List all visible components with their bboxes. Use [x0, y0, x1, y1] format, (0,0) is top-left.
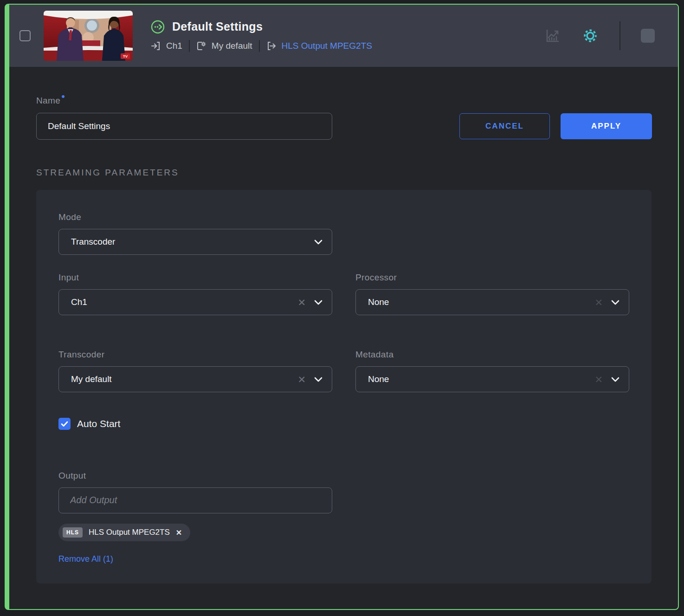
- input-label: Input: [58, 272, 332, 283]
- add-output-input[interactable]: [58, 487, 332, 513]
- check-icon: [61, 421, 68, 427]
- metadata-field: Metadata None ✕: [355, 350, 629, 392]
- apply-button[interactable]: APPLY: [561, 113, 652, 139]
- name-label: Name•: [36, 96, 652, 106]
- required-dot-icon: •: [61, 91, 65, 102]
- mode-label: Mode: [58, 212, 332, 222]
- auto-start-label: Auto Start: [77, 418, 120, 429]
- settings-button[interactable]: [581, 27, 599, 45]
- clear-metadata-icon[interactable]: ✕: [594, 375, 603, 384]
- metadata-select[interactable]: None ✕: [355, 366, 629, 392]
- transcoder-icon: [196, 41, 206, 51]
- transcoder-field: Transcoder My default ✕: [58, 350, 332, 392]
- stream-preview-thumbnail[interactable]: TV: [44, 11, 133, 61]
- input-value: Ch1: [71, 297, 87, 307]
- remove-output-icon[interactable]: ✕: [176, 528, 182, 537]
- output-chip-badge: HLS: [63, 527, 83, 538]
- remove-all-link[interactable]: Remove All (1): [58, 554, 629, 564]
- clear-processor-icon[interactable]: ✕: [594, 298, 603, 307]
- processor-value: None: [368, 297, 389, 307]
- header-divider: [619, 21, 620, 50]
- chevron-down-icon: [611, 300, 619, 305]
- breadcrumb-output[interactable]: HLS Output MPEG2TS: [266, 41, 372, 51]
- page-title: Default Settings: [172, 20, 263, 33]
- clear-input-icon[interactable]: ✕: [297, 298, 306, 307]
- input-field: Input Ch1 ✕: [58, 272, 332, 315]
- chevron-down-icon: [611, 377, 619, 382]
- stream-header: TV Default Settings Ch1: [9, 5, 678, 67]
- streaming-parameters-panel: Mode Transcoder Input Ch1 ✕: [36, 190, 652, 584]
- breadcrumb: Ch1 My default: [151, 40, 372, 52]
- output-label: Output: [58, 471, 629, 481]
- stream-select-checkbox[interactable]: [19, 30, 31, 41]
- processor-select[interactable]: None ✕: [355, 289, 629, 315]
- metadata-label: Metadata: [355, 350, 629, 360]
- breadcrumb-output-label: HLS Output MPEG2TS: [282, 41, 372, 51]
- chevron-down-icon: [314, 240, 323, 245]
- clear-transcoder-icon[interactable]: ✕: [297, 375, 306, 384]
- chart-stats-icon: [544, 27, 561, 44]
- statistics-button[interactable]: [544, 27, 561, 44]
- gear-icon: [581, 27, 599, 45]
- stream-settings-window: TV Default Settings Ch1: [5, 4, 679, 610]
- breadcrumb-transcoder[interactable]: My default: [196, 41, 252, 51]
- transcoder-label: Transcoder: [58, 350, 332, 360]
- stream-status-icon: [151, 20, 165, 34]
- news-studio-preview-image: TV: [44, 11, 133, 61]
- breadcrumb-transcoder-label: My default: [212, 41, 252, 51]
- input-source-icon: [151, 41, 161, 51]
- name-input[interactable]: [36, 113, 332, 140]
- breadcrumb-input[interactable]: Ch1: [151, 41, 182, 51]
- chevron-down-icon: [314, 300, 323, 305]
- input-select[interactable]: Ch1 ✕: [58, 289, 332, 315]
- processor-label: Processor: [355, 272, 629, 283]
- output-chip[interactable]: HLS HLS Output MPEG2TS ✕: [58, 524, 190, 541]
- breadcrumb-input-label: Ch1: [166, 41, 182, 51]
- auto-start-checkbox[interactable]: [58, 418, 71, 430]
- svg-text:TV: TV: [123, 54, 128, 58]
- header-actions: [544, 21, 655, 50]
- output-chip-label: HLS Output MPEG2TS: [89, 528, 170, 537]
- title-block: Default Settings Ch1: [151, 20, 372, 52]
- breadcrumb-divider: [189, 40, 190, 52]
- transcoder-select[interactable]: My default ✕: [58, 366, 332, 392]
- mode-select[interactable]: Transcoder: [58, 229, 332, 255]
- mode-value: Transcoder: [71, 237, 115, 247]
- auto-start-toggle[interactable]: Auto Start: [58, 418, 629, 430]
- stop-button[interactable]: [641, 29, 655, 43]
- transcoder-value: My default: [71, 374, 112, 384]
- settings-form: Name• CANCEL APPLY STREAMING PARAMETERS …: [9, 96, 678, 584]
- chevron-down-icon: [314, 377, 323, 382]
- processor-field: Processor None ✕: [355, 272, 629, 315]
- streaming-parameters-title: STREAMING PARAMETERS: [36, 168, 652, 178]
- metadata-value: None: [368, 374, 389, 384]
- output-icon: [266, 41, 277, 51]
- cancel-button[interactable]: CANCEL: [459, 113, 550, 139]
- mode-field: Mode Transcoder: [58, 212, 332, 255]
- breadcrumb-divider: [259, 40, 260, 52]
